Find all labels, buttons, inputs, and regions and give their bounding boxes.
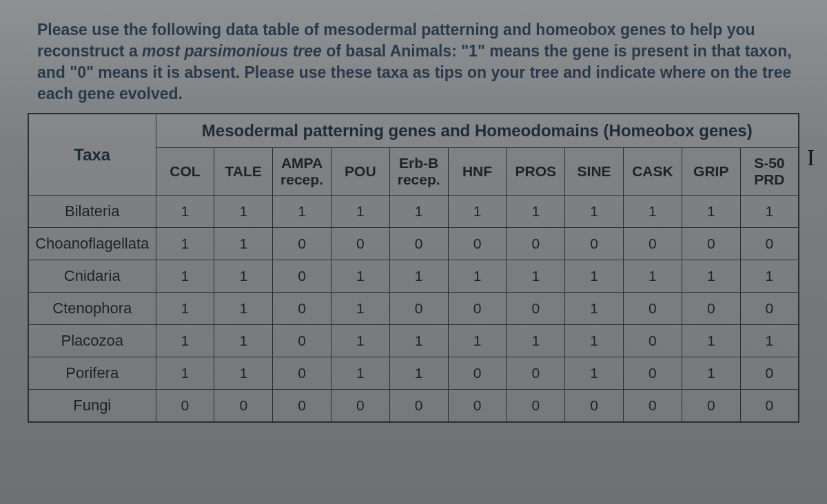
taxon-name: Placozoa — [28, 325, 156, 357]
data-cell: 1 — [214, 325, 273, 357]
data-cell: 1 — [624, 196, 682, 228]
data-cell: 0 — [273, 325, 331, 357]
column-header: PROS — [507, 148, 565, 196]
table-row: Placozoa11011111011 — [28, 325, 799, 357]
data-cell: 1 — [448, 196, 507, 228]
data-cell: 0 — [507, 228, 565, 260]
table-body: Bilateria11111111111Choanoflagellata1100… — [28, 196, 799, 423]
taxon-name: Cnidaria — [28, 260, 156, 293]
data-cell: 1 — [156, 293, 214, 325]
table-row: Choanoflagellata11000000000 — [28, 228, 799, 260]
data-cell: 1 — [507, 260, 565, 293]
data-cell: 1 — [331, 325, 389, 357]
data-cell: 1 — [214, 293, 273, 325]
data-cell: 1 — [156, 260, 214, 293]
data-cell: 1 — [389, 357, 448, 390]
data-cell: 0 — [565, 228, 624, 260]
data-cell: 0 — [624, 357, 682, 390]
data-cell: 1 — [624, 260, 682, 293]
data-cell: 0 — [273, 357, 331, 390]
taxon-name: Bilateria — [28, 196, 156, 228]
text-cursor-icon: I — [807, 145, 815, 171]
data-cell: 1 — [156, 228, 214, 260]
taxon-name: Porifera — [28, 357, 156, 390]
data-cell: 1 — [565, 357, 624, 390]
column-header: AMPA recep. — [273, 148, 331, 196]
column-header: GRIP — [682, 148, 740, 196]
data-cell: 1 — [331, 293, 389, 325]
data-cell: 1 — [156, 196, 214, 228]
data-cell: 0 — [624, 325, 682, 357]
data-cell: 1 — [389, 196, 448, 228]
column-header: COL — [156, 148, 214, 196]
taxa-header: Taxa — [28, 114, 156, 196]
data-cell: 0 — [448, 228, 507, 260]
data-cell: 1 — [156, 325, 214, 357]
data-cell: 1 — [214, 357, 273, 390]
data-cell: 0 — [448, 390, 507, 423]
data-cell: 0 — [273, 293, 331, 325]
data-cell: 1 — [448, 260, 507, 293]
data-cell: 1 — [331, 260, 389, 293]
data-cell: 0 — [507, 293, 565, 325]
data-cell: 1 — [389, 325, 448, 357]
column-header: Erb-B recep. — [389, 148, 448, 196]
table-row: Cnidaria11011111111 — [28, 260, 799, 293]
data-cell: 1 — [682, 325, 740, 357]
data-cell: 1 — [331, 196, 389, 228]
data-cell: 1 — [331, 357, 389, 390]
data-cell: 0 — [624, 293, 682, 325]
data-cell: 0 — [331, 390, 389, 423]
data-cell: 0 — [273, 390, 331, 423]
instructions-text: Please use the following data table of m… — [28, 19, 799, 105]
data-cell: 0 — [565, 390, 624, 423]
data-cell: 0 — [507, 357, 565, 390]
data-cell: 0 — [682, 293, 740, 325]
data-cell: 0 — [273, 260, 331, 293]
column-header: S-50 PRD — [740, 148, 799, 196]
data-cell: 0 — [273, 228, 331, 260]
data-cell: 0 — [448, 293, 507, 325]
data-cell: 1 — [740, 196, 799, 228]
data-cell: 1 — [565, 260, 624, 293]
data-cell: 0 — [389, 390, 448, 423]
data-cell: 0 — [448, 357, 507, 390]
data-cell: 0 — [740, 390, 799, 423]
taxon-name: Choanoflagellata — [28, 228, 156, 260]
data-cell: 1 — [740, 260, 799, 293]
data-cell: 1 — [214, 260, 273, 293]
data-cell: 1 — [565, 293, 624, 325]
data-cell: 1 — [565, 325, 624, 357]
data-cell: 1 — [740, 325, 799, 357]
table-row: Bilateria11111111111 — [28, 196, 799, 228]
data-cell: 1 — [214, 228, 273, 260]
data-cell: 0 — [740, 357, 799, 390]
data-cell: 1 — [507, 196, 565, 228]
data-cell: 0 — [624, 390, 682, 423]
data-cell: 1 — [507, 325, 565, 357]
gene-table: Taxa Mesodermal patterning genes and Hom… — [28, 113, 799, 423]
data-cell: 0 — [507, 390, 565, 423]
data-cell: 1 — [682, 357, 740, 390]
taxon-name: Fungi — [28, 390, 156, 423]
data-cell: 0 — [389, 228, 448, 260]
column-header: HNF — [448, 148, 507, 196]
table-banner: Mesodermal patterning genes and Homeodom… — [156, 114, 799, 148]
data-cell: 0 — [389, 293, 448, 325]
table-row: Fungi00000000000 — [28, 390, 799, 423]
data-cell: 0 — [156, 390, 214, 423]
data-cell: 0 — [682, 390, 740, 423]
data-cell: 0 — [740, 293, 799, 325]
taxon-name: Ctenophora — [28, 293, 156, 325]
column-header: TALE — [214, 148, 273, 196]
data-cell: 0 — [214, 390, 273, 423]
data-cell: 1 — [214, 196, 273, 228]
table-row: Porifera11011001010 — [28, 357, 799, 390]
data-cell: 1 — [448, 325, 507, 357]
data-cell: 1 — [682, 260, 740, 293]
column-header: CASK — [624, 148, 682, 196]
data-cell: 1 — [389, 260, 448, 293]
data-cell: 0 — [740, 228, 799, 260]
column-header: POU — [331, 148, 389, 196]
data-cell: 0 — [624, 228, 682, 260]
